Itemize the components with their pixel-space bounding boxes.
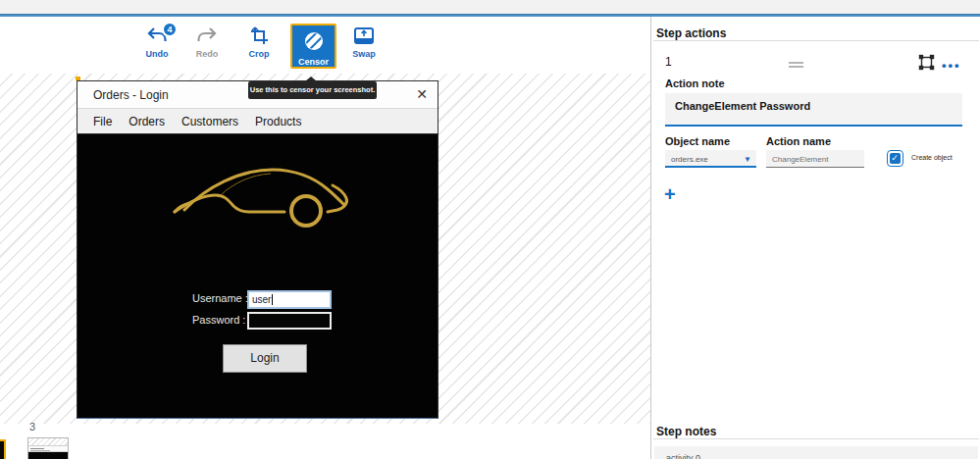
censor-tooltip: Use this to censor your screenshot. — [248, 81, 377, 99]
add-action-button[interactable]: + — [664, 183, 676, 206]
thumbnail-index: 3 — [29, 421, 35, 433]
username-label: Username : — [192, 292, 248, 304]
top-strip — [0, 0, 980, 14]
step-actions-panel: Step actions 1 ••• Action note ChangeEle… — [650, 17, 980, 459]
section-divider-2 — [653, 438, 979, 439]
undo-button[interactable]: 4 Undo — [134, 25, 180, 70]
redo-label: Redo — [184, 49, 230, 59]
password-label: Password : — [192, 314, 245, 326]
action-note-field[interactable]: ChangeElement Password — [665, 93, 962, 127]
censor-label: Censor — [292, 57, 335, 67]
overflow-menu-icon[interactable]: ••• — [942, 58, 961, 73]
crop-icon — [248, 26, 270, 46]
step-notes-title: Step notes — [656, 425, 716, 438]
drag-handle-icon[interactable] — [789, 62, 803, 70]
close-icon: ✕ — [416, 86, 428, 102]
step-number: 1 — [665, 55, 672, 69]
step-actions-title: Step actions — [656, 26, 726, 40]
action-note-label: Action note — [665, 77, 725, 89]
username-field: user — [247, 290, 332, 309]
crop-label: Crop — [236, 49, 282, 59]
tooltip-arrow — [305, 76, 317, 81]
menu-item-file: File — [93, 115, 112, 128]
censor-button[interactable]: Censor — [290, 24, 336, 69]
section-divider — [653, 40, 979, 41]
text-caret — [272, 294, 273, 305]
thumbnail-3[interactable] — [27, 437, 69, 459]
car-logo — [171, 161, 367, 234]
undo-label: Undo — [134, 49, 180, 59]
checkbox-box: ✓ — [887, 150, 903, 167]
thumbnail-content — [28, 452, 68, 459]
action-name-label: Action name — [766, 135, 831, 147]
crop-button[interactable]: Crop — [236, 25, 282, 70]
editor-canvas: 4 Undo Redo Crop — [0, 17, 650, 459]
screen: 4 Undo Redo Crop — [0, 0, 980, 459]
checkmark-icon: ✓ — [890, 153, 901, 164]
swap-label: Swap — [341, 49, 387, 59]
step-notes-field[interactable]: activity 0 — [654, 446, 978, 459]
thumbnail-titlebar — [28, 446, 68, 452]
password-field-censored — [247, 312, 332, 330]
window-title: Orders - Login — [93, 88, 169, 102]
window-menubar: File Orders Customers Products — [77, 109, 438, 134]
chevron-down-icon: ▼ — [744, 155, 751, 164]
login-button: Login — [223, 344, 307, 373]
menu-item-orders: Orders — [129, 115, 165, 128]
thumbnail-selected-partial[interactable] — [0, 439, 6, 459]
redo-icon — [196, 26, 218, 46]
object-select-icon[interactable] — [918, 54, 935, 71]
thumbnail-stripes — [28, 438, 68, 446]
redo-button[interactable]: Redo — [184, 25, 230, 70]
object-name-dropdown[interactable]: orders.exe ▼ — [665, 150, 756, 168]
action-name-field[interactable]: ChangeElement — [766, 150, 864, 168]
swap-icon — [353, 26, 375, 46]
object-name-label: Object name — [665, 135, 730, 147]
censor-icon — [302, 29, 326, 53]
create-object-checkbox[interactable]: ✓ Create object — [887, 149, 903, 167]
menu-item-products: Products — [255, 115, 301, 128]
window-client-area: Username : user Password : Login — [77, 134, 438, 418]
create-object-label: Create object — [911, 154, 953, 161]
swap-button[interactable]: Swap — [341, 25, 387, 70]
menu-item-customers: Customers — [181, 115, 238, 128]
undo-count-badge: 4 — [162, 22, 178, 37]
captured-screenshot-window[interactable]: Orders - Login ✕ File Orders Customers P… — [77, 80, 438, 419]
